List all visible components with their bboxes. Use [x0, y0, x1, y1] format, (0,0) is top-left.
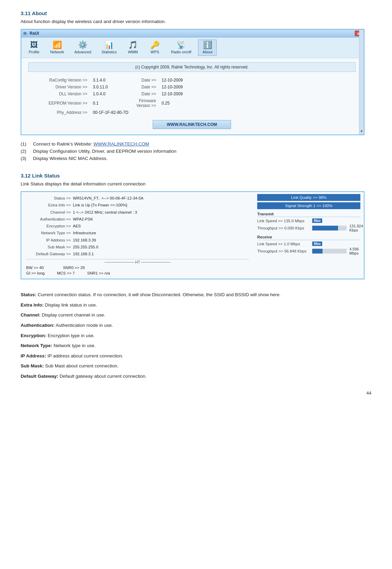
ls-row-auth: Authentication >> WPA2-PSK — [26, 216, 249, 222]
channel-val: 1 <--> 2412 MHz; central channel : 3 — [73, 210, 137, 215]
body-para-auth: Authentication: Authentication mode in u… — [21, 322, 371, 329]
channel-body-text: Display current channel in use. — [42, 312, 106, 318]
ls-right-panel: Link Quality >> 98% Signal Strength 1 >>… — [254, 192, 364, 279]
rx-link-speed-label: Link Speed >> 1.0 Mbps — [257, 242, 312, 246]
wmm-icon: 🎵 — [128, 41, 138, 49]
encryption-label: Encryption >> — [26, 223, 71, 229]
status-label: Status >> — [26, 195, 71, 201]
toolbar-label-statistics: Statistics — [101, 50, 117, 54]
gateway-bold-label: Default Gateway: — [21, 374, 58, 379]
ht-label: ─────────── HT ─────────── — [26, 259, 249, 264]
eeprom-val: 0.1 — [90, 97, 131, 109]
bullet-num-1: (1) — [21, 141, 31, 147]
rx-bar-fill — [312, 249, 323, 254]
website-button[interactable]: WWW.RALINKTECH.COM — [153, 120, 231, 129]
raui-window: R· RaUI x 🖼 Profile 📶 Network ⚙️ Advance… — [21, 29, 364, 135]
link-quality-bar: Link Quality >> 98% — [257, 194, 360, 201]
about-bullet-list: (1) Connect to Ralink's Website: WWW.RAL… — [21, 141, 371, 161]
tx-link-speed-label: Link Speed >> 135.0 Mbps — [257, 219, 312, 223]
tx-bar2-container: 131.924Kbps — [312, 224, 373, 232]
list-item: (2) Display Configuration Utility, Drive… — [21, 149, 371, 154]
tx-throughput-row: Throughput >> 0.000 Kbps 131.924Kbps — [257, 224, 360, 232]
raconfig-label: RaConfig Version >> — [28, 77, 90, 84]
section-title-link-status: 3.12 Link Status — [21, 173, 371, 179]
toolbar-btn-network[interactable]: 📶 Network — [47, 40, 67, 55]
raconfig-date-label: Date >> — [131, 77, 159, 84]
tx-bar-wrap — [312, 226, 347, 230]
toolbar-label-wmm: WMM — [128, 50, 138, 54]
snr1-val: SNR1 >> n/a — [87, 271, 110, 275]
toolbar-btn-wps[interactable]: 🔑 WPS — [145, 40, 164, 55]
toolbar-btn-about[interactable]: ℹ️ About — [198, 40, 217, 56]
ht-section: ─────────── HT ─────────── BW >> 40 SNR0… — [26, 259, 249, 275]
eeprom-label: EEPROM Version >> — [28, 97, 90, 109]
encryption-bold-label: Encryption: — [21, 333, 46, 338]
link-status-window: Status >> WR514VN_FT.. <--> 00-06-4F-12-… — [21, 191, 364, 279]
toolbar-btn-wmm[interactable]: 🎵 WMM — [123, 40, 142, 55]
status-val: WR514VN_FT.. <--> 00-06-4F-12-34-5A — [73, 195, 143, 201]
table-row: RaConfig Version >> 3.1.4.0 Date >> 12-1… — [28, 77, 356, 84]
driver-label: Driver Version >> — [28, 84, 90, 90]
toolbar-btn-statistics[interactable]: 📊 Statistics — [98, 40, 120, 55]
extra-info-body-text: Display link status in use. — [45, 302, 97, 308]
table-row: DLL Version >> 1.0.4.0 Date >> 12-10-200… — [28, 90, 356, 97]
driver-date-label: Date >> — [131, 84, 159, 90]
rx-mbps-val: 4.596Mbps — [349, 247, 373, 255]
mcs-val: MCS >> 7 — [57, 271, 75, 275]
ls-row-channel: Channel >> 1 <--> 2412 MHz; central chan… — [26, 210, 249, 215]
section-title-about: 3.11 About — [21, 10, 371, 16]
profile-icon: 🖼 — [30, 41, 38, 49]
toolbar-btn-advanced[interactable]: ⚙️ Advanced — [71, 40, 95, 55]
submask-body-text: Sub Mast about current connection. — [45, 363, 118, 368]
advanced-icon: ⚙️ — [78, 41, 87, 49]
toolbar-label-radio: Radio on/off — [171, 50, 191, 54]
table-row: Driver Version >> 3.0.11.0 Date >> 12-10… — [28, 84, 356, 90]
raconfig-date-val: 12-10-2009 — [159, 77, 356, 84]
submask-bold-label: Sub Mask: — [21, 363, 44, 368]
body-para-status: Status: Current connection status. If no… — [21, 291, 371, 299]
driver-val: 3.0.11.0 — [90, 84, 131, 90]
radio-icon: 📡 — [176, 41, 186, 49]
tx-bar-container: Max — [312, 218, 322, 223]
raconfig-val: 3.1.4.0 — [90, 77, 131, 84]
toolbar: 🖼 Profile 📶 Network ⚙️ Advanced 📊 Statis… — [21, 37, 364, 58]
extra-info-val: Link is Up [Tx Power >>:100%] — [73, 202, 127, 208]
toolbar-label-profile: Profile — [29, 50, 39, 54]
table-row: EEPROM Version >> 0.1 Firmware Version >… — [28, 97, 356, 109]
ip-body-text: IP address about current connection. — [47, 353, 123, 358]
channel-label: Channel >> — [26, 210, 71, 215]
bullet-num-2: (2) — [21, 149, 31, 154]
toolbar-btn-radio[interactable]: 📡 Radio on/off — [167, 40, 195, 55]
network-type-label: Network Type >> — [26, 230, 71, 236]
network-icon: 📶 — [53, 41, 62, 49]
toolbar-label-advanced: Advanced — [74, 50, 91, 54]
list-item: (3) Display Wireless NIC MAC Address. — [21, 156, 371, 161]
driver-date-val: 12-10-2009 — [159, 84, 356, 90]
scroll-down-arrow[interactable]: ▼ — [360, 129, 363, 133]
rx-bar-wrap — [312, 249, 347, 254]
toolbar-label-wps: WPS — [151, 50, 159, 54]
body-para-extra-info: Extra Info: Display link status in use. — [21, 301, 371, 309]
firmware-val: 0.25 — [159, 97, 356, 109]
toolbar-label-network: Network — [50, 50, 64, 54]
dll-date-val: 12-10-2009 — [159, 90, 356, 97]
toolbar-btn-profile[interactable]: 🖼 Profile — [25, 40, 43, 55]
bullet-text-2: Display Configuration Utility, Driver, a… — [33, 149, 176, 154]
network-type-bold-label: Network Type: — [21, 343, 52, 348]
firmware-label: Firmware Version >> — [131, 97, 159, 109]
rx-max-label: Max — [312, 241, 322, 246]
window-titlebar: R· RaUI x — [21, 30, 364, 37]
table-row: Phy_Address >> 00-1F-1F-82-80-7D — [28, 109, 356, 116]
ls-left-panel: Status >> WR514VN_FT.. <--> 00-06-4F-12-… — [21, 192, 254, 279]
window-title-text: RaUI — [30, 31, 39, 36]
about-table: RaConfig Version >> 3.1.4.0 Date >> 12-1… — [28, 77, 356, 116]
about-content: (c) Copyright 2009, Ralink Technology, I… — [21, 58, 364, 135]
status-bold-label: Status: — [21, 292, 36, 297]
ip-bold-label: IP Address: — [21, 353, 46, 358]
ls-row-submask: Sub Mask >> 255.255.255.0 — [26, 244, 249, 250]
rx-throughput-label: Throughput >> 56.848 Kbps — [257, 249, 312, 253]
phy-val: 00-1F-1F-82-80-7D — [90, 109, 356, 116]
gateway-label: Default Gateway >> — [26, 251, 71, 257]
window-scrollbar[interactable]: ▼ — [359, 30, 364, 135]
ralink-website-link[interactable]: WWW.RALINKTECH.COM — [94, 141, 149, 147]
